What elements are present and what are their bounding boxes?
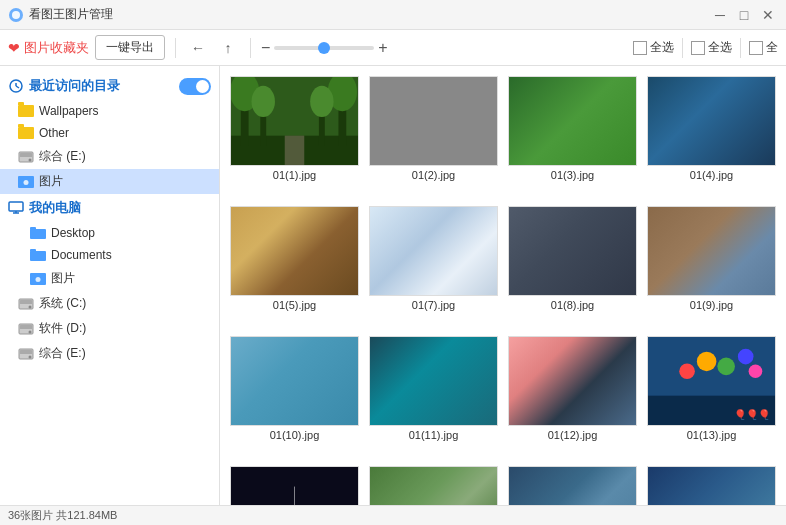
mypc-section-header[interactable]: 我的电脑 [0,194,219,222]
recent-label: 最近访问的目录 [29,77,120,95]
select-area: 全选 全选 全 [633,38,778,58]
sidebar: 最近访问的目录 Wallpapers Other 综合 (E:) [0,66,220,505]
zoom-out-button[interactable]: − [261,39,270,57]
drive-icon [18,348,34,360]
zoom-slider[interactable] [274,46,374,50]
thumbnail-label: 01(12).jpg [548,429,598,441]
thumbnail-item[interactable]: 01(1).jpg [230,76,359,196]
sidebar-item-desktop[interactable]: Desktop [0,222,219,244]
select-all-3-area[interactable]: 全 [749,39,778,56]
thumbnail-item[interactable]: 01(5).jpg [230,206,359,326]
zoom-thumb[interactable] [318,42,330,54]
svg-point-1 [12,11,20,19]
thumbnail-image [647,336,776,426]
thumbnail-image [230,336,359,426]
svg-point-46 [738,349,754,365]
folder-icon [18,127,34,139]
image-grid: 01(1).jpg01(2).jpg01(3).jpg01(4).jpg01(5… [220,66,786,505]
zoom-area: − + [261,39,388,57]
thumbnail-label: 01(7).jpg [412,299,455,311]
separator-1 [175,38,176,58]
up-button[interactable]: ↑ [216,36,240,60]
sidebar-item-wallpapers-label: Wallpapers [39,104,99,118]
sidebar-item-drive-e-label: 综合 (E:) [39,148,86,165]
svg-rect-16 [30,251,46,261]
toggle-thumb [196,80,209,93]
sidebar-item-pictures-label: 图片 [39,173,63,190]
thumbnail-image [508,466,637,505]
sidebar-item-drive-e[interactable]: 综合 (E:) [0,144,219,169]
close-button[interactable]: ✕ [758,5,778,25]
svg-rect-22 [20,300,32,304]
thumbnail-item[interactable]: 01(4).jpg [647,76,776,196]
back-button[interactable]: ← [186,36,210,60]
thumbnail-image [508,76,637,166]
thumbnail-label: 01(1).jpg [273,169,316,181]
separator-2 [250,38,251,58]
svg-point-47 [749,364,763,378]
app-icon [8,7,24,23]
thumbnail-image [369,466,498,505]
thumbnail-item[interactable]: 01(14).jpg [230,466,359,505]
svg-rect-9 [19,176,24,179]
svg-rect-15 [30,227,36,230]
sidebar-item-soft-d[interactable]: 软件 (D:) [0,316,219,341]
sidebar-item-documents-label: Documents [51,248,112,262]
thumbnail-item[interactable]: 01(9).jpg [647,206,776,326]
thumbnail-item[interactable]: 01(12).jpg [508,336,637,456]
separator-4 [740,38,741,58]
select-all-1-checkbox[interactable] [633,41,647,55]
sidebar-item-pictures[interactable]: 图片 [0,169,219,194]
thumbnail-label: 01(8).jpg [551,299,594,311]
svg-point-10 [24,180,29,185]
select-all-2-checkbox[interactable] [691,41,705,55]
thumbnail-image [369,336,498,426]
minimize-button[interactable]: ─ [710,5,730,25]
sidebar-item-wallpapers[interactable]: Wallpapers [0,100,219,122]
thumbnail-image [647,206,776,296]
sidebar-item-other-label: Other [39,126,69,140]
svg-rect-28 [20,350,32,354]
separator-3 [682,38,683,58]
svg-point-37 [252,86,275,117]
thumbnail-item[interactable]: 01(16).jpg [508,466,637,505]
sidebar-item-documents[interactable]: Documents [0,244,219,266]
thumbnail-item[interactable]: 01(11).jpg [369,336,498,456]
export-button[interactable]: 一键导出 [95,35,165,60]
sidebar-item-pictures2[interactable]: 图片 [0,266,219,291]
recent-toggle[interactable] [179,78,211,95]
thumbnail-item[interactable]: 01(17).jpg [647,466,776,505]
sidebar-item-sys-c[interactable]: 系统 (C:) [0,291,219,316]
recent-section-header[interactable]: 最近访问的目录 [0,72,219,100]
img-folder-icon-2 [30,273,46,285]
thumbnail-item[interactable]: 01(10).jpg [230,336,359,456]
select-all-2-area[interactable]: 全选 [691,39,732,56]
folder-icon [18,105,34,117]
computer-icon [8,200,24,216]
zoom-in-button[interactable]: + [378,39,387,57]
sidebar-item-pictures2-label: 图片 [51,270,75,287]
thumbnail-label: 01(9).jpg [690,299,733,311]
thumbnail-label: 01(11).jpg [409,429,459,441]
sidebar-item-other[interactable]: Other [0,122,219,144]
thumbnail-item[interactable]: 01(8).jpg [508,206,637,326]
select-all-1-area[interactable]: 全选 [633,39,674,56]
thumbnail-image [647,76,776,166]
maximize-button[interactable]: □ [734,5,754,25]
sidebar-item-sys-c-label: 系统 (C:) [39,295,86,312]
sidebar-item-desktop-label: Desktop [51,226,95,240]
main-area: 最近访问的目录 Wallpapers Other 综合 (E:) [0,66,786,505]
thumbnail-item[interactable]: 01(15).jpg [369,466,498,505]
svg-rect-17 [30,249,36,252]
drive-icon [18,151,34,163]
thumbnail-image [230,76,359,166]
select-all-3-checkbox[interactable] [749,41,763,55]
thumbnail-item[interactable]: 01(2).jpg [369,76,498,196]
thumbnail-item[interactable]: 01(7).jpg [369,206,498,326]
thumbnail-label: 01(5).jpg [273,299,316,311]
window-controls: ─ □ ✕ [710,5,778,25]
svg-line-4 [16,86,19,88]
thumbnail-item[interactable]: 01(13).jpg [647,336,776,456]
sidebar-item-comp-e[interactable]: 综合 (E:) [0,341,219,366]
thumbnail-item[interactable]: 01(3).jpg [508,76,637,196]
